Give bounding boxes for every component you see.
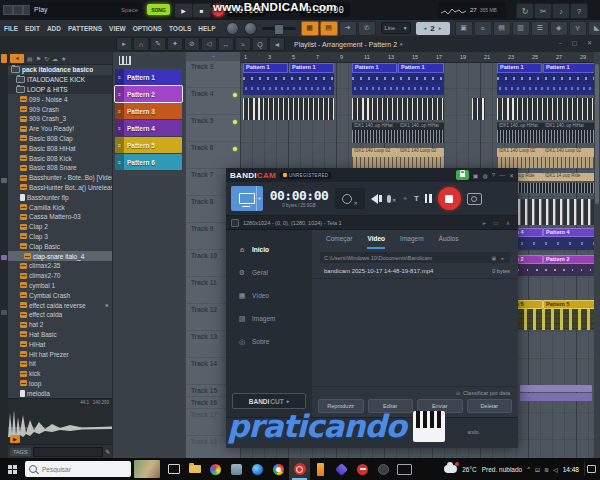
list-item[interactable]: hit (8, 359, 112, 369)
playlist-clip-bar1[interactable] (520, 385, 592, 392)
magnet-snap-icon[interactable]: ∩ (133, 37, 149, 51)
playlist-clip-vl[interactable] (352, 98, 444, 120)
playlist-window-controls[interactable]: ‒ ▢ ✕ (559, 39, 596, 46)
stop-button[interactable]: ■ (192, 3, 211, 18)
record-app-button[interactable] (352, 458, 373, 480)
list-item[interactable]: ITALODANCE KICK (8, 75, 112, 85)
pattern-prev-icon[interactable]: ◂ (424, 25, 427, 31)
preview-play-button[interactable]: ▶ (10, 435, 20, 443)
bandicut-button[interactable]: BANDICUT▸ (232, 393, 306, 409)
playlist-clip-vl[interactable] (497, 98, 600, 120)
browser-star-icon[interactable]: ★ (61, 55, 66, 62)
playlist-clip-tl[interactable]: IDK1 140 Loop 02 (398, 148, 444, 157)
list-item[interactable]: Cymbal Crash (8, 290, 112, 300)
browser-tab-4[interactable] (1, 310, 7, 315)
list-item[interactable]: BassHunter Bot..a() Unreleased (D (8, 183, 112, 193)
hidden-icons-caret[interactable]: ^ (527, 466, 530, 472)
list-item[interactable]: Clap Basic (8, 241, 112, 251)
main-pitch-knob[interactable] (244, 22, 257, 35)
playlist-clip-p5[interactable]: Pattern 5 (543, 300, 600, 309)
track-header[interactable]: Track 4 (186, 88, 241, 115)
tab-audios[interactable]: Áudios (439, 235, 459, 249)
playlist-button[interactable]: ▣ (455, 21, 473, 36)
chrome-button[interactable] (268, 458, 289, 480)
microphone-button[interactable]: ✕ (387, 195, 396, 203)
channel-rack-button[interactable]: ▤ (493, 21, 511, 36)
playlist-clip-tl[interactable]: IDK1 140 Loop 02 (352, 148, 398, 157)
playlist-clip-aw[interactable] (352, 130, 444, 143)
tab-video[interactable]: Vídeo (367, 235, 385, 249)
browser-tab-3[interactable] (1, 255, 7, 260)
slice-tool-icon[interactable]: ≈ (235, 37, 251, 51)
playlist-clip-nt[interactable] (352, 73, 444, 84)
capture-target-checkbox[interactable] (231, 219, 239, 227)
list-item[interactable]: 099 - Noise 4 (8, 94, 112, 104)
blue-app-button[interactable] (331, 458, 352, 480)
open-folder-icon[interactable]: ▣ (473, 172, 479, 179)
track-header[interactable]: Track 3 (186, 61, 241, 88)
chevron-down-icon[interactable]: ▾ (400, 41, 403, 47)
delete-tool-icon[interactable]: ⊘ (184, 37, 200, 51)
menu-file[interactable]: FILE (4, 25, 18, 32)
dark-app-button[interactable] (373, 458, 394, 480)
list-item[interactable]: Cassa Mattero-03 (8, 212, 112, 222)
timeline-ruler[interactable]: 1357911131517192123252729 (240, 52, 600, 63)
photos-button[interactable] (205, 458, 226, 480)
mixer-button[interactable]: ▥ (512, 21, 530, 36)
text-overlay-button[interactable]: T (414, 194, 419, 203)
list-item[interactable]: Clap 2 (8, 222, 112, 232)
track-header[interactable]: Track 6 (186, 142, 241, 169)
list-item[interactable]: Basic 808 Clap (8, 134, 112, 144)
taskbar-clock[interactable]: 14:48 (563, 466, 579, 473)
nav-inicio[interactable]: ⌂Início (226, 238, 312, 261)
pattern-item-5[interactable]: ≡Pattern 5 (115, 137, 182, 153)
output-folder-bar[interactable]: C:\Users\Windows 10\Documents\Bandicam ▣… (320, 252, 510, 263)
snap-selector[interactable]: Line▾ (381, 22, 411, 34)
browser-refresh-icon[interactable]: ↻ (44, 55, 49, 62)
minimize-icon[interactable]: — (499, 172, 505, 178)
wait-input-button[interactable]: ➜ (339, 21, 357, 36)
tools-button[interactable]: ◣ (588, 21, 600, 36)
menu-tools[interactable]: TOOLS (169, 25, 191, 32)
tab-imagem[interactable]: Imagem (400, 235, 423, 249)
play-button[interactable]: ▶ (174, 3, 193, 18)
detach-icon[interactable]: ▸ (116, 37, 132, 51)
list-item[interactable]: 909 Crash_3 (8, 114, 112, 124)
weather-temp[interactable]: 26°C (462, 466, 477, 473)
nav-geral[interactable]: ⚙Geral (226, 261, 312, 284)
touch-controller-button[interactable]: Y (569, 21, 587, 36)
recording-file-row[interactable]: bandicam 2025-10-17 14-48-19-817.mp4 0 b… (312, 263, 518, 279)
shuffle-slider-thumb[interactable] (274, 24, 284, 35)
mic-icon[interactable]: ♪ (552, 3, 570, 19)
fl-window-button-1[interactable] (3, 5, 13, 15)
playlist-scrollbar-thumb[interactable] (595, 64, 599, 204)
pattern-item-3[interactable]: ≡Pattern 3 (115, 103, 182, 119)
list-item[interactable]: climax2-35 (8, 261, 112, 271)
list-item[interactable]: melodia (8, 388, 112, 398)
fl-studio-button[interactable] (310, 458, 331, 480)
edit-tags-icon[interactable]: ✎ (105, 448, 110, 455)
deletar-button[interactable]: Deletar (467, 399, 513, 413)
sort-by-date-control[interactable]: ⊙ Classificar por data (312, 386, 518, 398)
playlist-title[interactable]: Playlist - Arrangement - Pattern 2 (294, 41, 397, 48)
gray-app-button[interactable] (226, 458, 247, 480)
game-overlay-icon[interactable]: ✦ (402, 195, 408, 203)
browser-back-button[interactable]: ◂ (10, 54, 24, 63)
playlist-clip-al[interactable]: IDK1 140..op HiHat (497, 122, 543, 130)
notification-center-button[interactable] (584, 462, 597, 476)
playlist-clip-aw[interactable] (497, 130, 600, 143)
playlist-clip-ph[interactable]: Pattern 1 (243, 63, 288, 73)
piano-roll-button[interactable]: ≡ (474, 21, 492, 36)
track-panel-header[interactable]: + (186, 52, 241, 61)
playlist-clip-al[interactable]: IDK1 140..op HiHat (398, 122, 444, 130)
list-item[interactable]: HiHat (8, 339, 112, 349)
list-item[interactable]: cymbal 1 (8, 281, 112, 291)
list-item[interactable]: LOOP & HITS (8, 85, 112, 95)
track-header[interactable]: Track 5 (186, 115, 241, 142)
list-item[interactable]: Basic 808 Snare (8, 163, 112, 173)
browser-tab-2[interactable] (1, 178, 7, 183)
playlist-clip-nt[interactable] (243, 73, 334, 84)
nav-imagem[interactable]: ▨Imagem (226, 307, 312, 330)
playlist-clip-ph[interactable]: Pattern 1 (543, 63, 600, 73)
playlist-clip-nt2[interactable] (497, 84, 600, 95)
